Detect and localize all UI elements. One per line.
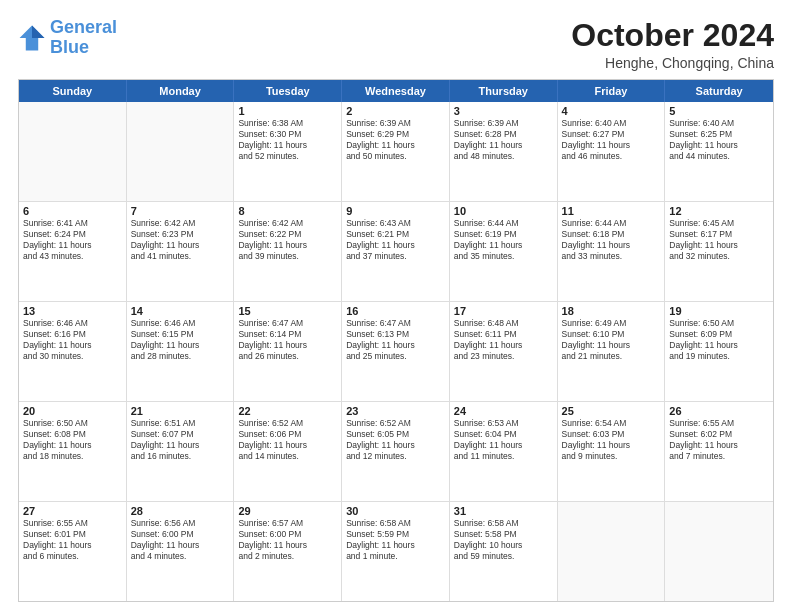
day-number: 13 — [23, 305, 122, 317]
cell-line: Sunrise: 6:58 AM — [454, 518, 553, 529]
cell-line: Sunset: 6:05 PM — [346, 429, 445, 440]
calendar-cell: 7Sunrise: 6:42 AMSunset: 6:23 PMDaylight… — [127, 202, 235, 301]
cell-line: Daylight: 11 hours — [562, 140, 661, 151]
cell-line: Daylight: 11 hours — [454, 240, 553, 251]
cell-line: Daylight: 11 hours — [346, 540, 445, 551]
calendar-cell: 31Sunrise: 6:58 AMSunset: 5:58 PMDayligh… — [450, 502, 558, 601]
cell-line: Sunrise: 6:52 AM — [238, 418, 337, 429]
cell-line: and 19 minutes. — [669, 351, 769, 362]
day-number: 29 — [238, 505, 337, 517]
cell-line: Sunset: 6:21 PM — [346, 229, 445, 240]
cell-line: Daylight: 11 hours — [454, 140, 553, 151]
calendar-row-2: 13Sunrise: 6:46 AMSunset: 6:16 PMDayligh… — [19, 302, 773, 402]
cell-line: Daylight: 11 hours — [562, 440, 661, 451]
calendar-cell: 17Sunrise: 6:48 AMSunset: 6:11 PMDayligh… — [450, 302, 558, 401]
cell-line: Sunrise: 6:50 AM — [23, 418, 122, 429]
cell-line: Daylight: 11 hours — [346, 240, 445, 251]
day-number: 3 — [454, 105, 553, 117]
cell-line: Sunset: 6:10 PM — [562, 329, 661, 340]
page: General Blue October 2024 Henghe, Chongq… — [0, 0, 792, 612]
cell-line: Daylight: 11 hours — [23, 440, 122, 451]
cell-line: Daylight: 11 hours — [131, 440, 230, 451]
cell-line: Sunrise: 6:55 AM — [669, 418, 769, 429]
cell-line: Sunset: 6:23 PM — [131, 229, 230, 240]
cell-line: and 11 minutes. — [454, 451, 553, 462]
cell-line: and 4 minutes. — [131, 551, 230, 562]
cell-line: Sunrise: 6:42 AM — [238, 218, 337, 229]
cell-line: Sunset: 6:08 PM — [23, 429, 122, 440]
cell-line: Sunset: 6:07 PM — [131, 429, 230, 440]
cell-line: Daylight: 11 hours — [669, 340, 769, 351]
cell-line: Sunrise: 6:57 AM — [238, 518, 337, 529]
cell-line: Sunset: 6:30 PM — [238, 129, 337, 140]
calendar-cell: 5Sunrise: 6:40 AMSunset: 6:25 PMDaylight… — [665, 102, 773, 201]
cell-line: and 59 minutes. — [454, 551, 553, 562]
calendar-cell: 30Sunrise: 6:58 AMSunset: 5:59 PMDayligh… — [342, 502, 450, 601]
calendar-cell: 8Sunrise: 6:42 AMSunset: 6:22 PMDaylight… — [234, 202, 342, 301]
cell-line: Sunset: 6:11 PM — [454, 329, 553, 340]
day-number: 25 — [562, 405, 661, 417]
day-number: 9 — [346, 205, 445, 217]
logo-general: General — [50, 17, 117, 37]
cell-line: Sunrise: 6:45 AM — [669, 218, 769, 229]
cell-line: Sunrise: 6:40 AM — [562, 118, 661, 129]
cell-line: and 7 minutes. — [669, 451, 769, 462]
cell-line: Sunrise: 6:53 AM — [454, 418, 553, 429]
header-day-sunday: Sunday — [19, 80, 127, 102]
header: General Blue October 2024 Henghe, Chongq… — [18, 18, 774, 71]
day-number: 11 — [562, 205, 661, 217]
cell-line: Sunset: 6:15 PM — [131, 329, 230, 340]
cell-line: and 26 minutes. — [238, 351, 337, 362]
cell-line: Daylight: 10 hours — [454, 540, 553, 551]
cell-line: Daylight: 11 hours — [562, 240, 661, 251]
cell-line: and 18 minutes. — [23, 451, 122, 462]
calendar-row-3: 20Sunrise: 6:50 AMSunset: 6:08 PMDayligh… — [19, 402, 773, 502]
calendar: SundayMondayTuesdayWednesdayThursdayFrid… — [18, 79, 774, 602]
cell-line: Daylight: 11 hours — [23, 540, 122, 551]
cell-line: and 50 minutes. — [346, 151, 445, 162]
cell-line: Sunset: 6:17 PM — [669, 229, 769, 240]
cell-line: and 30 minutes. — [23, 351, 122, 362]
cell-line: Sunset: 6:16 PM — [23, 329, 122, 340]
calendar-cell: 25Sunrise: 6:54 AMSunset: 6:03 PMDayligh… — [558, 402, 666, 501]
cell-line: Sunrise: 6:42 AM — [131, 218, 230, 229]
calendar-row-4: 27Sunrise: 6:55 AMSunset: 6:01 PMDayligh… — [19, 502, 773, 601]
cell-line: Sunset: 6:27 PM — [562, 129, 661, 140]
calendar-cell: 11Sunrise: 6:44 AMSunset: 6:18 PMDayligh… — [558, 202, 666, 301]
cell-line: Sunrise: 6:48 AM — [454, 318, 553, 329]
cell-line: Sunset: 6:22 PM — [238, 229, 337, 240]
cell-line: Sunset: 6:25 PM — [669, 129, 769, 140]
subtitle: Henghe, Chongqing, China — [571, 55, 774, 71]
cell-line: and 39 minutes. — [238, 251, 337, 262]
cell-line: Sunset: 6:24 PM — [23, 229, 122, 240]
cell-line: Sunset: 6:09 PM — [669, 329, 769, 340]
day-number: 7 — [131, 205, 230, 217]
cell-line: Daylight: 11 hours — [238, 140, 337, 151]
cell-line: and 23 minutes. — [454, 351, 553, 362]
cell-line: Sunrise: 6:49 AM — [562, 318, 661, 329]
cell-line: Daylight: 11 hours — [238, 540, 337, 551]
cell-line: Sunrise: 6:40 AM — [669, 118, 769, 129]
calendar-cell — [558, 502, 666, 601]
cell-line: and 41 minutes. — [131, 251, 230, 262]
cell-line: Sunrise: 6:44 AM — [562, 218, 661, 229]
cell-line: Sunset: 6:14 PM — [238, 329, 337, 340]
cell-line: Sunrise: 6:47 AM — [238, 318, 337, 329]
day-number: 15 — [238, 305, 337, 317]
logo-icon — [18, 24, 46, 52]
day-number: 17 — [454, 305, 553, 317]
cell-line: and 25 minutes. — [346, 351, 445, 362]
calendar-cell: 4Sunrise: 6:40 AMSunset: 6:27 PMDaylight… — [558, 102, 666, 201]
calendar-header: SundayMondayTuesdayWednesdayThursdayFrid… — [19, 80, 773, 102]
day-number: 16 — [346, 305, 445, 317]
cell-line: and 32 minutes. — [669, 251, 769, 262]
cell-line: Sunrise: 6:50 AM — [669, 318, 769, 329]
calendar-cell: 9Sunrise: 6:43 AMSunset: 6:21 PMDaylight… — [342, 202, 450, 301]
day-number: 27 — [23, 505, 122, 517]
cell-line: Daylight: 11 hours — [346, 340, 445, 351]
cell-line: Sunrise: 6:54 AM — [562, 418, 661, 429]
cell-line: Sunrise: 6:41 AM — [23, 218, 122, 229]
cell-line: Sunrise: 6:39 AM — [346, 118, 445, 129]
cell-line: Sunrise: 6:46 AM — [23, 318, 122, 329]
cell-line: Sunrise: 6:47 AM — [346, 318, 445, 329]
